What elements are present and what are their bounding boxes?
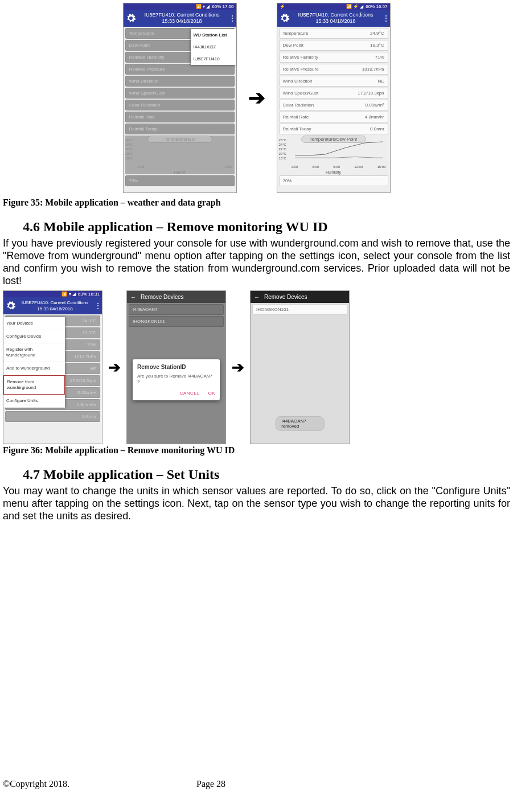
section-4-7-heading: 4.7 Mobile application – Set Units	[23, 467, 513, 482]
table-row[interactable]: Wind Speed/Gust17.2/18.3kph	[279, 88, 388, 99]
bottom-humidity-bar: 70%	[279, 175, 388, 186]
dialog-buttons: CANCEL OK	[137, 391, 215, 396]
status-left: ⚡	[280, 4, 285, 9]
section-4-6-heading: 4.6 Mobile application – Remove monitori…	[23, 219, 513, 235]
graph-axis-title: Humid	[125, 170, 235, 174]
status-icons: 📶 ⚡ ◢	[346, 4, 363, 9]
table-row[interactable]: Temperature24.9°C	[279, 28, 388, 39]
appbar-title-line2: 15:33 04/18/2018	[292, 18, 380, 24]
table-row[interactable]: Relative Humidity71%	[279, 52, 388, 63]
appbar-title-line2: 15:33 04/18/2018	[138, 18, 226, 24]
menu-header: WU Station List	[191, 29, 236, 41]
phone-fig36-mid: ← Remove Devices I44BAOAN7 IHONGKON101 R…	[126, 290, 226, 444]
phone-fig35-right: ⚡ 📶 ⚡ ◢ 60% 16:57 IU5E7FU410: Current Co…	[277, 3, 391, 193]
menu-item[interactable]: IU5E7FU410	[191, 53, 236, 65]
appbar-title-line1: IU5E7FU410: Current Conditions	[18, 300, 92, 306]
figure-35-row: 📶 ▾ ◢ 60% 17:00 IU5E7FU410: Current Cond…	[0, 3, 513, 193]
graph-x-ticks: 3:006:009:0012:0015:00	[292, 165, 386, 169]
graph-area: Temperature/Dew Point 26°C24°C22°C20°C18…	[279, 136, 388, 174]
table-row: Wind Direction	[125, 76, 235, 87]
wu-station-list-menu: WU Station List I44JIUXI37 IU5E7FU410	[191, 29, 236, 65]
app-bar: IU5E7FU410: Current Conditions 15:33 04/…	[124, 10, 236, 27]
table-row: Solar Radiation	[125, 100, 235, 110]
table-row: 0.8mm	[5, 411, 100, 422]
graph-axis-title: Humidity	[279, 170, 388, 174]
back-icon[interactable]: ←	[130, 294, 136, 300]
drawer-item-configure-units[interactable]: Configure Units	[3, 395, 65, 408]
figure-36-row: 📶 ▾ ◢ 63% 16:31 IU5E7FU410: Current Cond…	[3, 290, 513, 444]
drawer-item-remove-wu[interactable]: Remove from wunderground	[3, 375, 65, 395]
ok-button[interactable]: OK	[208, 391, 215, 396]
drawer-item-your-devices[interactable]: Your Devices	[3, 317, 65, 330]
status-right: 63% 16:31	[78, 292, 100, 297]
gear-icon[interactable]	[280, 13, 290, 23]
appbar-title-line1: IU5E7FU410: Current Conditions	[292, 12, 380, 18]
phone-fig36-right: ← Remove Devices IHONGKON101 I44BAOAN7 r…	[250, 290, 350, 444]
table-row[interactable]: Wind DirectionNE	[279, 76, 388, 87]
menu-item[interactable]: I44JIUXI37	[191, 41, 236, 53]
table-row: Rainfall Rate	[125, 112, 235, 122]
bottom-humidity-bar: 70%	[125, 175, 235, 186]
arrow-right-icon: ➔	[248, 88, 265, 108]
gear-icon[interactable]	[126, 13, 136, 23]
table-row[interactable]: Rainfall Rate4.8mm/hr	[279, 112, 388, 122]
remove-header: ← Remove Devices	[251, 291, 349, 303]
back-icon[interactable]: ←	[254, 294, 260, 300]
page-footer: ©Copyright 2018. Page 28	[3, 779, 510, 789]
cancel-button[interactable]: CANCEL	[180, 391, 200, 396]
graph-y-ticks: 26°C24°C22°C20°C18°C	[279, 138, 286, 161]
line-chart	[290, 138, 390, 163]
footer-copyright: ©Copyright 2018.	[3, 779, 196, 789]
remove-header: ← Remove Devices	[127, 291, 225, 303]
drawer-item-configure-device[interactable]: Configure Device	[3, 330, 65, 343]
section-4-7-body: You may want to change the units in whic…	[3, 485, 510, 522]
figure-36-caption: Figure 36: Mobile application – Remove m…	[3, 445, 513, 456]
toast-removed: I44BAOAN7 removed	[275, 416, 325, 431]
remove-header-title: Remove Devices	[141, 294, 184, 300]
footer-page: Page 28	[196, 779, 225, 789]
remove-header-title: Remove Devices	[264, 294, 307, 300]
status-right: 60% 16:57	[366, 4, 387, 9]
phone-fig36-left: 📶 ▾ ◢ 63% 16:31 IU5E7FU410: Current Cond…	[3, 290, 102, 444]
list-item[interactable]: I44BAOAN7	[129, 304, 224, 315]
drawer-item-add-wu[interactable]: Add to wunderground	[3, 362, 65, 375]
appbar-title-line2: 15:33 04/18/2018	[18, 306, 92, 312]
appbar-title: IU5E7FU410: Current Conditions 15:33 04/…	[138, 12, 226, 24]
settings-drawer: Your Devices Configure Device Register w…	[3, 317, 65, 408]
data-rows: Temperature24.9°C Dew Point19.3°C Relati…	[277, 28, 390, 134]
table-row[interactable]: Solar Radiation0.00w/m²	[279, 100, 388, 110]
table-row[interactable]: Rainfall Today0.8mm	[279, 124, 388, 134]
remove-confirm-dialog: Remove StationID Are you sure to Remove …	[133, 359, 220, 400]
appbar-title-line1: IU5E7FU410: Current Conditions	[138, 12, 226, 18]
more-icon[interactable]: ⋮	[228, 15, 234, 21]
graph-area-dim: Temperature/D 26°C24°C22°C20°C18°C 3:006…	[125, 136, 235, 174]
arrow-right-icon: ➔	[108, 359, 121, 376]
status-bar: ⚡ 📶 ⚡ ◢ 60% 16:57	[277, 3, 390, 10]
dialog-body: Are you sure to Remove I44BAOAN7 ?	[137, 374, 215, 385]
table-row: Wind Speed/Gust	[125, 88, 235, 99]
section-4-6-body: If you have previously registered your c…	[3, 237, 510, 287]
arrow-right-icon: ➔	[232, 359, 244, 376]
appbar-title: IU5E7FU410: Current Conditions 15:33 04/…	[18, 300, 92, 312]
dialog-title: Remove StationID	[137, 364, 215, 370]
status-bar: 📶 ▾ ◢ 63% 16:31	[3, 291, 102, 297]
graph-x-ticks: 3:006:00	[138, 165, 232, 169]
graph-y-ticks: 26°C24°C22°C20°C18°C	[125, 138, 133, 161]
more-icon[interactable]: ⋮	[382, 15, 388, 21]
list-item[interactable]: IHONGKON101	[252, 304, 347, 315]
table-row: Relative Pressure	[125, 64, 235, 75]
table-row: Rainfall Today	[125, 124, 235, 134]
drawer-item-register-wu[interactable]: Register with wunderground	[3, 343, 65, 362]
app-bar: IU5E7FU410: Current Conditions 15:33 04/…	[277, 10, 390, 27]
list-item[interactable]: IHONGKON101	[129, 316, 224, 327]
gear-icon[interactable]	[6, 301, 16, 311]
phone-fig35-left: 📶 ▾ ◢ 60% 17:00 IU5E7FU410: Current Cond…	[123, 3, 237, 193]
status-icons: 📶 ▾ ◢	[196, 4, 210, 9]
more-icon[interactable]: ⋮	[94, 303, 100, 309]
table-row[interactable]: Relative Pressure1010.7hPa	[279, 64, 388, 75]
figure-35-caption: Figure 35: Mobile application – weather …	[3, 198, 513, 208]
appbar-title: IU5E7FU410: Current Conditions 15:33 04/…	[292, 12, 380, 24]
status-right: 60% 17:00	[212, 4, 233, 9]
table-row[interactable]: Dew Point19.3°C	[279, 40, 388, 51]
status-bar: 📶 ▾ ◢ 60% 17:00	[124, 3, 236, 10]
